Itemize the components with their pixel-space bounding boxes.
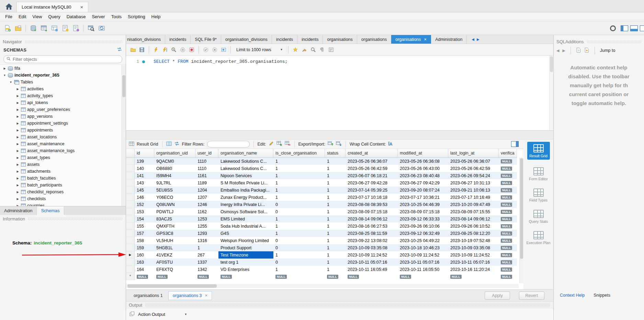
wrap-text-toggle-icon[interactable] xyxy=(327,46,335,54)
cell[interactable]: NULL xyxy=(346,273,398,280)
cell[interactable]: 1342 xyxy=(195,266,218,273)
cell[interactable]: S M Rotoflex Private Li... xyxy=(218,179,273,186)
tab-scroll-left-icon[interactable]: ◀ xyxy=(472,37,474,41)
side-panel-field-types[interactable]: Field Types xyxy=(525,188,552,202)
table-row[interactable]: 1595HGB1L1Product Support012023-10-09 03… xyxy=(126,244,523,251)
collapse-arrow-icon[interactable]: ▼ xyxy=(3,74,7,77)
cell[interactable]: VL5HUH xyxy=(154,237,195,244)
side-panel-query-stats[interactable]: Query Stats xyxy=(525,210,552,224)
menu-item-server[interactable]: Server xyxy=(89,14,108,19)
cell[interactable]: 1189 xyxy=(195,179,218,186)
cell[interactable]: 2023-10-11 05:07:16 xyxy=(346,259,398,266)
cell[interactable]: 2023-10-09 11:24:52 xyxy=(346,251,398,259)
expand-arrow-icon[interactable]: ▶ xyxy=(16,191,20,194)
context-help-doc-icon[interactable]: ? xyxy=(576,47,581,54)
editor-tab-organisations[interactable]: organisations xyxy=(357,35,391,44)
cell[interactable]: NULL xyxy=(499,237,517,244)
expand-arrow-icon[interactable]: ▶ xyxy=(16,101,20,104)
cell[interactable]: 1316 xyxy=(195,237,218,244)
cell[interactable]: NULL xyxy=(499,273,517,280)
schema-filter-box[interactable] xyxy=(3,55,122,63)
cell[interactable]: 160 xyxy=(135,251,154,259)
cell[interactable]: 1 xyxy=(273,172,325,179)
stop-query-icon[interactable] xyxy=(179,46,187,54)
tree-item-countries[interactable]: ▶countries xyxy=(0,202,126,206)
toggle-stop-on-error-icon[interactable] xyxy=(188,46,196,54)
cell[interactable]: 1 xyxy=(325,201,346,208)
tree-item-fifa[interactable]: ▶fifa xyxy=(0,65,126,72)
cell[interactable]: 2023-09-21 10:06:13 xyxy=(448,186,499,194)
expand-arrow-icon[interactable]: ▶ xyxy=(16,177,20,180)
expand-arrow-icon[interactable]: ▶ xyxy=(16,184,20,187)
cell[interactable]: Product Support xyxy=(218,244,273,251)
column-header-last_login_at[interactable]: last_login_at xyxy=(448,149,499,158)
table-row[interactable]: 155QMXFTH1255Soda Hub Industrial A...112… xyxy=(126,222,523,230)
cell[interactable]: 1 xyxy=(273,158,325,165)
cell[interactable]: 2023-06-23 08:40:48 xyxy=(398,172,448,179)
cell[interactable]: Y06ECO xyxy=(154,194,195,201)
expand-arrow-icon[interactable]: ▶ xyxy=(16,88,20,91)
table-row[interactable]: 163AF0STU1337test org 1012023-10-11 05:0… xyxy=(126,259,523,266)
cell[interactable]: Zunax Energy Product... xyxy=(218,194,273,201)
tree-item-appointments[interactable]: ▶appointments xyxy=(0,127,126,134)
sidebar-tab-administration[interactable]: Administration xyxy=(0,206,37,215)
cell[interactable]: 267 xyxy=(195,251,218,259)
forward-arrow-icon[interactable]: ▶ xyxy=(562,48,565,53)
cell[interactable]: Nipoon Services xyxy=(218,172,273,179)
editor-tab-sql-file-9[interactable]: SQL File 9* xyxy=(191,35,221,44)
tree-item-appointment_settings[interactable]: ▶appointment_settings xyxy=(0,120,126,127)
output-type-dropdown[interactable]: Action Output ▼ xyxy=(138,312,187,317)
cell[interactable]: PDWTLJ xyxy=(154,208,195,215)
side-panel-form-editor[interactable]: Form Editor xyxy=(525,167,552,181)
tree-item-tables[interactable]: ▼Tables xyxy=(0,79,126,85)
cell[interactable]: 1 xyxy=(273,194,325,201)
cell[interactable]: NULL xyxy=(499,215,517,222)
pin-help-doc-icon[interactable] xyxy=(584,47,589,54)
cell[interactable]: 2023-07-17 10:16:18 xyxy=(346,194,398,201)
reconnect-dbms-icon[interactable] xyxy=(97,23,106,33)
save-icon[interactable] xyxy=(138,46,146,54)
cell[interactable]: 143 xyxy=(135,179,154,186)
tree-item-attachments[interactable]: ▶attachments xyxy=(0,168,126,175)
cell[interactable]: 2023-10-25 04:49:22 xyxy=(398,237,448,244)
cell[interactable]: 2023-06-26 09:54:24 xyxy=(448,172,499,179)
editor-scrollbar-thumb[interactable] xyxy=(550,56,553,72)
table-row[interactable]: 146Y06ECO1207Zunax Energy Product...1120… xyxy=(126,194,523,201)
sql-editor[interactable]: 1 SELECT * FROM incident_reporter_365.or… xyxy=(126,56,553,130)
sidebar-tab-schemas[interactable]: Schemas xyxy=(37,206,64,215)
table-row[interactable]: 1399QACM01110Lakewood Solutions C...1120… xyxy=(126,158,523,165)
column-header-organisation_uid[interactable]: organisation_uid xyxy=(154,149,195,158)
cell[interactable]: 1207 xyxy=(195,194,218,201)
menu-item-database[interactable]: Database xyxy=(64,14,89,19)
cell[interactable]: 1 xyxy=(325,251,346,259)
cell[interactable]: NULL xyxy=(154,273,195,280)
cell[interactable]: 2023-08-14 09:06:12 xyxy=(346,215,398,222)
cell[interactable]: 2023-05-26 06:42:59 xyxy=(448,165,499,172)
table-row[interactable]: 1439JL7RL1189S M Rotoflex Private Li...1… xyxy=(126,179,523,186)
cell[interactable]: 2023-10-09 03:35:08 xyxy=(346,244,398,251)
cell[interactable]: 2023-10-11 16:05:50 xyxy=(398,266,448,273)
commit-icon[interactable] xyxy=(202,46,210,54)
new-sql-tab-icon[interactable] xyxy=(3,23,12,33)
cell[interactable]: 1 xyxy=(325,158,346,165)
table-row[interactable]: *NULLNULLNULLNULLNULLNULLNULLNULLNULLNUL… xyxy=(126,273,523,280)
cell[interactable]: 1110 xyxy=(195,158,218,165)
expand-arrow-icon[interactable]: ▶ xyxy=(16,122,20,125)
cell[interactable]: NULL xyxy=(499,208,517,215)
cell[interactable]: 2023-08-25 08:11:59 xyxy=(346,230,398,237)
cell[interactable]: 2023-10-11 05:07:16 xyxy=(398,259,448,266)
expand-arrow-icon[interactable]: ▶ xyxy=(16,197,20,201)
editor-tab-organisations[interactable]: organisations xyxy=(323,35,357,44)
sql-code-line[interactable]: SELECT * FROM incident_reporter_365.orga… xyxy=(154,59,287,64)
cell[interactable]: I59MH4 xyxy=(154,172,195,179)
tab-scroll-right-icon[interactable]: ▶ xyxy=(477,37,479,41)
cell[interactable]: 1255 xyxy=(195,222,218,230)
cell[interactable]: 2023-10-19 07:52:48 xyxy=(448,237,499,244)
cell[interactable]: NULL xyxy=(325,273,346,280)
cell[interactable]: G4S xyxy=(218,230,273,237)
schema-filter-input[interactable] xyxy=(13,57,119,62)
grid-vscroll-thumb[interactable] xyxy=(520,158,523,259)
collapse-arrow-icon[interactable]: ▼ xyxy=(9,81,13,84)
cell[interactable]: 2023-06-07 06:18:21 xyxy=(346,172,398,179)
cell[interactable]: NULL xyxy=(499,244,517,251)
